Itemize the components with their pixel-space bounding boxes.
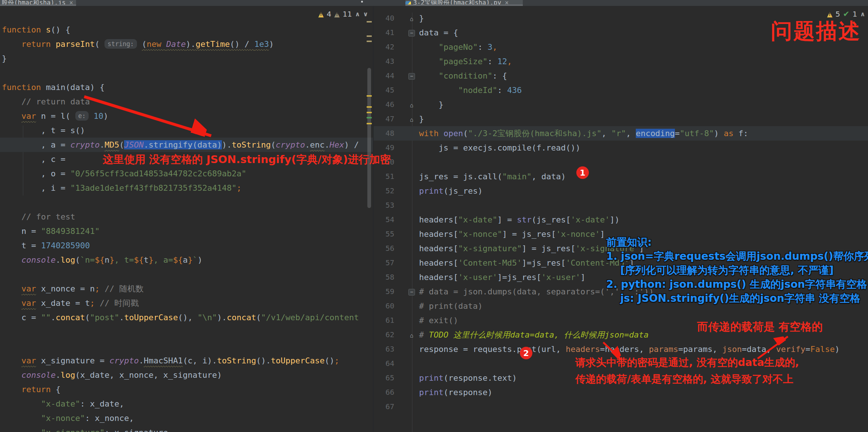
line-number: 61: [374, 313, 394, 328]
stripe-mark[interactable]: [367, 35, 372, 37]
prev-issue-chevron[interactable]: ∧: [355, 10, 360, 18]
stripe-mark[interactable]: [367, 117, 372, 118]
line-number: 63: [374, 342, 394, 356]
code-line: var x_signature = crypto.HmacSHA1(c, i).…: [0, 353, 373, 368]
code-line: 67: [374, 400, 868, 414]
line-number: 42: [374, 40, 394, 54]
stripe-mark[interactable]: [367, 106, 372, 108]
code-line: var x_nonce = n; // 随机数: [0, 281, 373, 296]
fold-end-icon[interactable]: ⌂: [406, 328, 417, 343]
code-line: [0, 325, 373, 339]
annotation-explain-1: 请求头中带的密码是通过, 没有空的data生成的,: [575, 356, 799, 370]
stripe-mark[interactable]: [367, 41, 372, 42]
annotation-prerequisite-notes: 前置知识: 1. json=字典requests会调用json.dumps()帮…: [606, 235, 868, 305]
line-number: 67: [374, 400, 394, 414]
code-line: , t = s(): [0, 123, 373, 138]
tab-bar-left: 股份(hmac和sha).js×: [0, 0, 374, 6]
line-number: 51: [374, 169, 394, 184]
blue-note-line: js: JSON.stringify()生成的json字符串 没有空格: [620, 291, 868, 305]
inlay-hint: e:: [75, 111, 89, 121]
warning-icon: ▲!: [827, 10, 833, 18]
fold-collapse-icon[interactable]: −: [406, 25, 417, 40]
code-line: function main(data) {: [0, 80, 373, 94]
stripe-mark[interactable]: [367, 112, 372, 113]
code-line: 46⌂ }: [374, 97, 868, 112]
annotation-badge-1: 1: [576, 166, 589, 179]
line-number: 59: [374, 284, 394, 299]
line-number: 44: [374, 69, 394, 83]
code-line: "x-signature": x_signature: [0, 425, 373, 432]
warning-icon: ▲!: [318, 10, 324, 18]
fold-end-icon[interactable]: ⌂: [406, 97, 417, 113]
code-line: 50: [374, 155, 868, 169]
code-line: 51js_res = js.call("main", data): [374, 169, 868, 184]
code-line: 63response = requests.post(url, headers=…: [374, 342, 868, 356]
code-line: c = "".concat("post".toUpperCase(), "\n"…: [0, 310, 373, 325]
line-number: 52: [374, 184, 394, 198]
stripe-mark[interactable]: [367, 123, 372, 124]
line-number: 62: [374, 328, 394, 342]
code-line: 47⌂}: [374, 112, 868, 126]
editor-javascript[interactable]: function s() { return parseInt( string: …: [0, 6, 373, 432]
code-line: var x_date = t; // 时间戳: [0, 296, 373, 310]
code-line: [0, 195, 373, 210]
blue-note-line: [序列化可以理解为转为字符串的意思, 不严谨]: [620, 263, 868, 277]
code-line: "x-date": x_date,: [0, 397, 373, 411]
fold-collapse-icon[interactable]: −: [406, 284, 417, 299]
fold-collapse-icon[interactable]: −: [406, 69, 417, 83]
close-icon[interactable]: ×: [69, 0, 73, 6]
code-line: var n = l( e: 10): [0, 109, 373, 123]
annotation-explain-2: 传递的载荷/表单是有空格的, 这就导致了对不上: [575, 372, 793, 386]
code-line: return parseInt( string: (new Date).getT…: [0, 37, 373, 51]
line-number: 58: [374, 270, 394, 284]
fold-end-icon[interactable]: ⌂: [406, 112, 417, 127]
tab-py-file[interactable]: 3-2宝钢股份(hmac和sha).py×: [405, 0, 523, 6]
blue-note-line: 前置知识:: [606, 236, 652, 248]
line-number: 53: [374, 198, 394, 212]
code-line: [0, 339, 373, 353]
stripe-mark[interactable]: [367, 95, 372, 97]
code-line: 48with open("./3-2宝钢股份(hmac和sha).js", "r…: [374, 126, 868, 141]
line-number: 55: [374, 227, 394, 241]
inlay-hint: string:: [104, 39, 137, 49]
annotation-problem-title: 问题描述: [771, 17, 861, 46]
code-line: , a = crypto.MD5(JSON.stringify(data)).t…: [0, 138, 373, 152]
code-line: 49 js = execjs.compile(f.read()): [374, 141, 868, 155]
tab-js-file[interactable]: 股份(hmac和sha).js×: [0, 0, 76, 6]
fold-end-icon[interactable]: ⌂: [406, 11, 417, 26]
line-number: 56: [374, 241, 394, 256]
scrollbar-thumb[interactable]: [367, 68, 371, 208]
code-line: // return data: [0, 94, 373, 109]
weak-warning-count: 11: [343, 10, 352, 18]
annotation-payload: 而传递的载荷是 有空格的: [697, 319, 823, 335]
line-number: 46: [374, 97, 394, 112]
python-icon: [405, 1, 411, 6]
prev-issue-chevron[interactable]: ∧: [860, 10, 865, 18]
close-icon[interactable]: ×: [505, 0, 509, 6]
tab-bar-right: 3-2宝钢股份(hmac和sha).py×: [374, 0, 868, 6]
next-issue-chevron[interactable]: ∨: [363, 10, 368, 18]
code-line: "x-nonce": x_nonce,: [0, 411, 373, 425]
line-number: 66: [374, 385, 394, 400]
annotation-badge-2: 2: [520, 347, 532, 359]
line-number: 47: [374, 112, 394, 126]
code-line: t = 1740285900: [0, 238, 373, 253]
annotation-c-line: 这里使用 没有空格的 JSON.stringify(字典/对象)进行加密: [103, 152, 391, 167]
blue-note-line: 1. json=字典requests会调用json.dumps()帮你序列化: [606, 249, 868, 263]
code-line: , i = "13ade1de1eff43ffb821735f352a4148"…: [0, 181, 373, 195]
line-number: 40: [374, 11, 394, 25]
code-line: function s() {: [0, 23, 373, 37]
code-line: [0, 267, 373, 281]
ide-window: 股份(hmac和sha).js× 3-2宝钢股份(hmac和sha).py× f…: [0, 0, 868, 432]
code-line: [0, 66, 373, 80]
code-line: console.log(`n=${n}, t=${t}, a=${a}`): [0, 253, 373, 267]
stripe-mark[interactable]: [367, 21, 372, 23]
code-line: 52print(js_res): [374, 184, 868, 198]
code-line: // for test: [0, 210, 373, 224]
pane-splitter[interactable]: [373, 6, 374, 432]
code-line: , o = "0/56f5cff3cad14853a44782c2c689ab2…: [0, 166, 373, 181]
code-line: 45 "nodeId": 436: [374, 83, 868, 97]
inspections-widget-left[interactable]: ▲! 4 ▲! 11 ∧ ∨: [318, 10, 368, 18]
warning-count: 4: [327, 10, 332, 18]
line-number: 45: [374, 83, 394, 97]
